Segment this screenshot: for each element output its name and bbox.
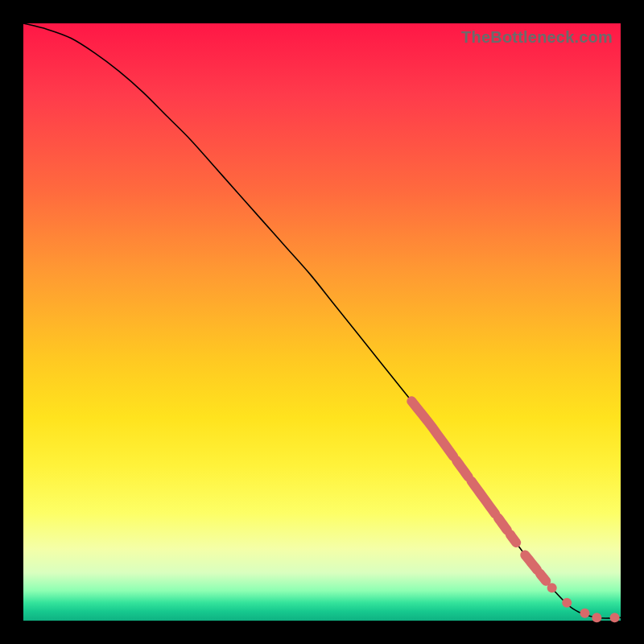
highlight-segment	[498, 518, 507, 530]
highlight-dot	[580, 609, 589, 618]
highlight-segment	[525, 555, 537, 570]
highlight-segment	[456, 460, 469, 477]
highlight-segment	[472, 481, 496, 514]
plot-area: TheBottleneck.com	[23, 23, 621, 621]
chart-frame: TheBottleneck.com	[0, 0, 644, 644]
highlight-dot	[547, 583, 557, 592]
highlight-segment	[411, 401, 453, 456]
highlight-markers	[411, 401, 619, 622]
highlight-dot	[610, 613, 620, 622]
highlight-segment	[540, 574, 546, 581]
chart-svg	[23, 23, 621, 621]
bottleneck-curve	[23, 23, 621, 618]
highlight-dot	[562, 598, 572, 608]
highlight-segment	[510, 535, 516, 543]
highlight-dot	[592, 613, 601, 622]
